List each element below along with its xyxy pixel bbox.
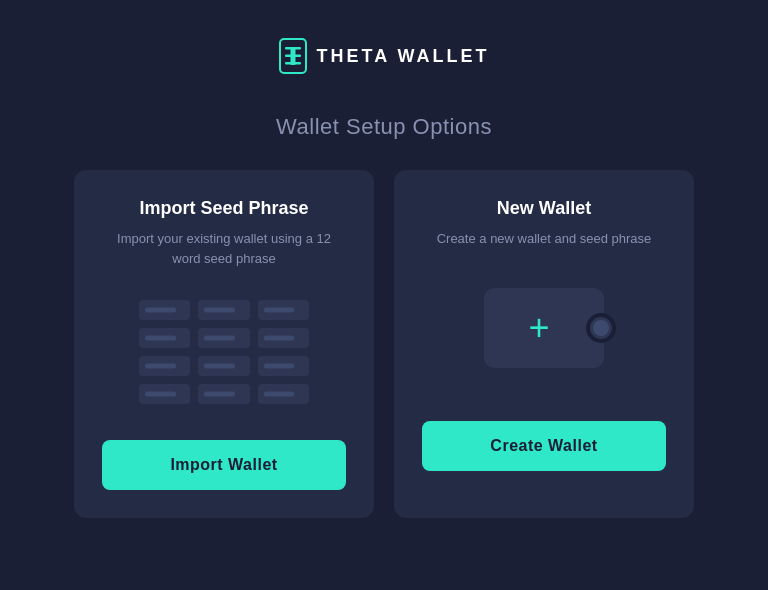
seed-cell <box>258 328 309 348</box>
theta-logo-icon <box>279 38 307 74</box>
wallet-clasp-inner <box>593 320 609 336</box>
seed-cell <box>139 384 190 404</box>
wallet-graphic: + <box>484 288 604 378</box>
header: THETA WALLET <box>279 38 490 74</box>
create-wallet-card: New Wallet Create a new wallet and seed … <box>394 170 694 518</box>
seed-cell <box>258 356 309 376</box>
create-card-subtitle: Create a new wallet and seed phrase <box>437 229 652 249</box>
import-card-subtitle: Import your existing wallet using a 12 w… <box>102 229 346 268</box>
seed-cell <box>198 300 249 320</box>
svg-rect-4 <box>285 55 301 58</box>
app-title: THETA WALLET <box>317 46 490 67</box>
import-wallet-button[interactable]: Import Wallet <box>102 440 346 490</box>
page-title: Wallet Setup Options <box>276 114 492 140</box>
wallet-body: + <box>484 288 604 368</box>
cards-container: Import Seed Phrase Import your existing … <box>14 170 754 518</box>
create-wallet-button[interactable]: Create Wallet <box>422 421 666 471</box>
wallet-clasp <box>586 313 616 343</box>
import-card-title: Import Seed Phrase <box>139 198 308 219</box>
wallet-illustration: + <box>454 273 634 393</box>
seed-cell <box>258 300 309 320</box>
seed-cell <box>139 300 190 320</box>
seed-cell <box>198 328 249 348</box>
seed-cell <box>198 356 249 376</box>
import-wallet-card: Import Seed Phrase Import your existing … <box>74 170 374 518</box>
create-card-title: New Wallet <box>497 198 591 219</box>
seed-cell <box>258 384 309 404</box>
seed-cell <box>198 384 249 404</box>
plus-icon: + <box>528 310 549 346</box>
seed-cell <box>139 328 190 348</box>
seed-cell <box>139 356 190 376</box>
seed-phrase-grid <box>139 300 309 404</box>
import-illustration <box>134 292 314 412</box>
